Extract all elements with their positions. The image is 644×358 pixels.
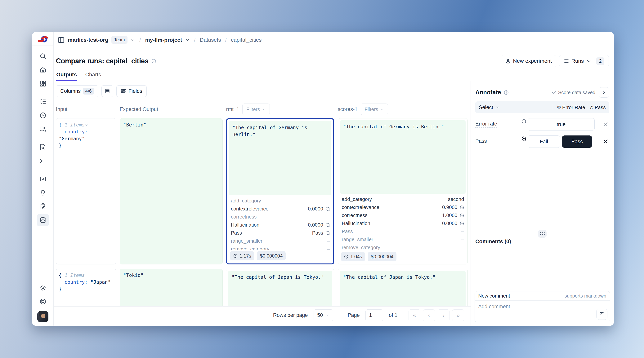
- chevron-down-icon[interactable]: [130, 38, 135, 42]
- comment-bubble-dots-icon[interactable]: [521, 136, 526, 141]
- breadcrumb-org[interactable]: marlies-test-org: [68, 37, 108, 43]
- user-avatar[interactable]: [37, 311, 48, 322]
- clock-icon: [233, 254, 238, 258]
- next-record-button[interactable]: [599, 87, 609, 98]
- sidebar-item-support[interactable]: [37, 296, 49, 308]
- new-experiment-button[interactable]: New experiment: [501, 55, 556, 67]
- sidebar-item-search[interactable]: [37, 50, 49, 62]
- column-header-run1: rmt_1 Filters: [226, 103, 334, 115]
- score-row: correctness1.0000: [342, 211, 464, 219]
- last-page-button[interactable]: »: [452, 309, 464, 321]
- cost-chip[interactable]: $0.000004: [368, 252, 396, 261]
- expected-output-cell[interactable]: "Berlin": [120, 118, 223, 264]
- score-row: range_smaller–: [231, 237, 330, 245]
- comment-bubble-icon[interactable]: [459, 213, 464, 218]
- column-header-expected: Expected Output: [120, 106, 223, 112]
- sidebar-toggle-icon[interactable]: [58, 36, 65, 44]
- sidebar-item-dashboards[interactable]: [37, 77, 49, 90]
- score-chip-error-rate[interactable]: ©Error Rate: [557, 104, 585, 110]
- comment-bubble-icon[interactable]: [325, 223, 330, 227]
- chevrons-right-icon: »: [456, 312, 460, 319]
- tab-outputs[interactable]: Outputs: [56, 71, 77, 81]
- expected-output-cell[interactable]: "Tokio": [120, 269, 223, 306]
- page-number-input[interactable]: [366, 309, 383, 321]
- comment-bubble-icon[interactable]: [459, 205, 464, 210]
- fields-button[interactable]: Fields: [116, 85, 147, 97]
- latency-chip[interactable]: 1.04s: [341, 252, 365, 261]
- life-buoy-icon: [40, 298, 46, 305]
- json-brace: }: [59, 143, 62, 148]
- prev-page-button[interactable]: ‹: [423, 309, 435, 321]
- resize-grip-handle[interactable]: [538, 230, 546, 238]
- runs-button[interactable]: Runs 2: [559, 55, 609, 67]
- run1-output-cell[interactable]: "The capital of Germany is Berlin." add_…: [226, 118, 334, 264]
- input-cell[interactable]: { 1 Items country: "Germany" }: [56, 118, 116, 264]
- input-cell[interactable]: { 1 Items country: "Japan" }: [56, 269, 116, 306]
- run-output-block: "The capital of Japan is Tokyo.": [228, 271, 332, 306]
- json-value: "Germany": [59, 136, 84, 141]
- comment-bubble-icon[interactable]: [325, 206, 330, 211]
- score-list: add_category– contextrelevance0.0000 cor…: [229, 195, 332, 250]
- sidebar-item-playground[interactable]: [37, 155, 49, 167]
- run1-output-cell[interactable]: "The capital of Japan is Tokyo.": [226, 269, 334, 306]
- sidebar-item-evaluation[interactable]: [37, 173, 49, 185]
- breadcrumb-item[interactable]: capital_cities: [231, 37, 262, 43]
- error-rate-input[interactable]: [528, 118, 594, 130]
- chevron-down-icon: [262, 107, 266, 111]
- sidebar-item-datasets[interactable]: [37, 214, 49, 226]
- clear-icon[interactable]: [603, 139, 608, 144]
- cell-footer: 1.04s $0.000004: [340, 251, 466, 262]
- chevron-down-icon[interactable]: [84, 274, 88, 278]
- rows-per-page-select[interactable]: 50: [314, 309, 333, 321]
- comment-bubble-icon[interactable]: [459, 221, 464, 226]
- next-page-button[interactable]: ›: [438, 309, 450, 321]
- sidebar-item-settings[interactable]: [37, 282, 49, 294]
- gear-icon: [40, 284, 46, 291]
- chevron-down-icon[interactable]: [185, 38, 190, 42]
- comment-bubble-icon[interactable]: [521, 119, 526, 124]
- sidebar-item-insights[interactable]: [37, 187, 49, 199]
- expected-output-text: "Tokio": [123, 273, 144, 278]
- row-height-button[interactable]: [102, 85, 113, 97]
- expected-output-text: "Berlin": [123, 122, 146, 128]
- comment-bubble-icon[interactable]: [325, 231, 330, 235]
- breadcrumb-datasets[interactable]: Datasets: [200, 37, 221, 43]
- score-select-dropdown[interactable]: Select: [479, 104, 500, 110]
- sidebar-item-annotation[interactable]: [37, 200, 49, 213]
- run1-filters-button[interactable]: Filters: [242, 103, 270, 115]
- info-icon[interactable]: [504, 90, 509, 95]
- sidebar-item-users[interactable]: [37, 123, 49, 135]
- json-items-count[interactable]: 1 Items: [64, 122, 84, 128]
- fail-button[interactable]: Fail: [528, 135, 560, 148]
- score-row: Pass–: [342, 227, 464, 235]
- arrow-up-to-line-icon: [600, 312, 604, 317]
- json-items-count[interactable]: 1 Items: [64, 273, 84, 278]
- submit-comment-button[interactable]: [596, 309, 608, 320]
- breadcrumb-project[interactable]: my-llm-project: [145, 37, 182, 43]
- info-icon[interactable]: [151, 58, 156, 64]
- latency-chip[interactable]: 1.17s: [230, 251, 254, 260]
- sidebar-item-tracing[interactable]: [37, 95, 49, 108]
- json-key: country:: [64, 279, 88, 285]
- comment-placeholder[interactable]: Add comment...: [478, 304, 514, 310]
- chevron-down-icon[interactable]: [84, 123, 88, 127]
- page-label: Page: [348, 312, 360, 318]
- sidebar-item-sessions[interactable]: [37, 109, 49, 121]
- sidebar-item-prompts[interactable]: [37, 141, 49, 153]
- run-output-text: "The capital of Germany is Berlin.": [232, 125, 307, 137]
- run2-output-cell[interactable]: "The capital of Germany is Berlin." add_…: [338, 118, 468, 264]
- cost-chip[interactable]: $0.000004: [257, 251, 286, 260]
- chevrons-left-icon: «: [413, 312, 416, 319]
- first-page-button[interactable]: «: [408, 309, 420, 321]
- run2-output-cell[interactable]: "The capital of Japan is Tokyo.": [338, 269, 468, 306]
- score-chip-pass[interactable]: ©Pass: [590, 104, 606, 110]
- columns-button[interactable]: Columns 4/6: [56, 85, 98, 97]
- json-key: country:: [64, 129, 88, 134]
- run2-name: scores-1: [338, 106, 358, 112]
- tab-charts[interactable]: Charts: [85, 71, 101, 81]
- annotate-panel: Annotate Score data saved Select: [470, 81, 614, 326]
- sidebar-item-home[interactable]: [37, 64, 49, 76]
- pass-button[interactable]: Pass: [562, 135, 592, 148]
- clear-icon[interactable]: [603, 121, 608, 127]
- run2-filters-button[interactable]: Filters: [361, 103, 388, 115]
